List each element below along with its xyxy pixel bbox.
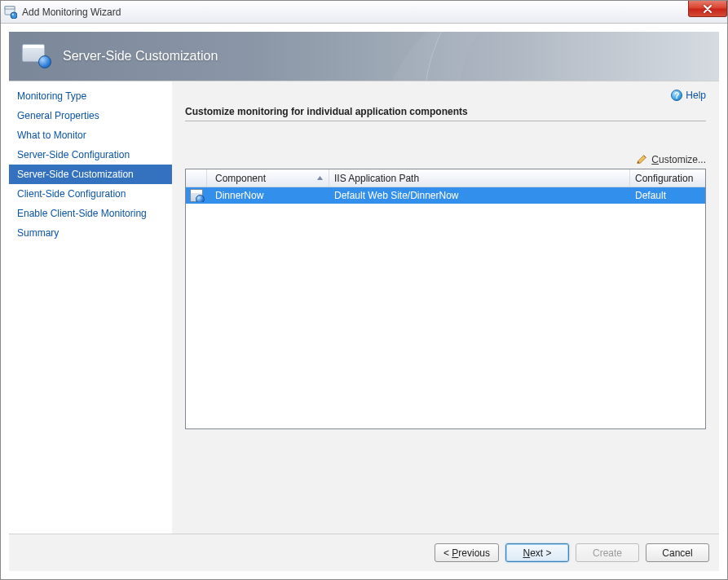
step-monitoring-type[interactable]: Monitoring Type xyxy=(9,86,172,106)
next-button[interactable]: Next > xyxy=(505,543,569,562)
help-label: Help xyxy=(686,90,706,101)
content-pane: ? Help Customize monitoring for individu… xyxy=(172,81,719,534)
help-link[interactable]: ? Help xyxy=(671,90,706,101)
component-icon xyxy=(190,189,203,202)
window-title: Add Monitoring Wizard xyxy=(22,7,121,18)
grid-row[interactable]: DinnerNow Default Web Site/DinnerNow Def… xyxy=(186,187,705,204)
cell-configuration: Default xyxy=(630,190,705,201)
customize-label: Customize... xyxy=(651,154,706,165)
step-general-properties[interactable]: General Properties xyxy=(9,106,172,125)
components-grid: Component IIS Application Path Configura… xyxy=(185,169,706,429)
sort-asc-icon xyxy=(316,173,324,184)
cancel-button[interactable]: Cancel xyxy=(646,543,709,562)
step-client-side-configuration[interactable]: Client-Side Configuration xyxy=(9,184,172,204)
banner-icon xyxy=(22,44,51,68)
step-summary[interactable]: Summary xyxy=(9,223,172,243)
wizard-steps: Monitoring Type General Properties What … xyxy=(9,81,172,534)
grid-body: DinnerNow Default Web Site/DinnerNow Def… xyxy=(186,187,705,428)
customize-button[interactable]: Customize... xyxy=(636,154,706,165)
pencil-icon xyxy=(636,154,647,165)
grid-header: Component IIS Application Path Configura… xyxy=(186,169,705,187)
step-enable-client-side-monitoring[interactable]: Enable Client-Side Monitoring xyxy=(9,204,172,223)
wizard-footer: < Previous Next > Create Cancel xyxy=(9,534,719,571)
col-icon[interactable] xyxy=(186,169,207,187)
wizard-banner: Server-Side Customization xyxy=(9,32,719,81)
svg-point-2 xyxy=(11,12,17,19)
cell-component: DinnerNow xyxy=(207,190,329,201)
step-server-side-configuration[interactable]: Server-Side Configuration xyxy=(9,145,172,165)
step-what-to-monitor[interactable]: What to Monitor xyxy=(9,125,172,145)
app-icon xyxy=(4,6,17,19)
svg-point-3 xyxy=(12,13,14,15)
col-configuration[interactable]: Configuration xyxy=(630,169,705,187)
section-title: Customize monitoring for individual appl… xyxy=(185,106,706,121)
col-component[interactable]: Component xyxy=(207,169,329,187)
help-icon: ? xyxy=(671,90,682,101)
previous-button[interactable]: < Previous xyxy=(435,543,499,562)
svg-rect-1 xyxy=(5,7,15,9)
create-button: Create xyxy=(576,543,639,562)
cell-path: Default Web Site/DinnerNow xyxy=(329,190,630,201)
step-server-side-customization[interactable]: Server-Side Customization xyxy=(9,165,172,184)
titlebar: Add Monitoring Wizard xyxy=(1,1,727,24)
col-iis-path[interactable]: IIS Application Path xyxy=(329,169,630,187)
banner-title: Server-Side Customization xyxy=(63,49,218,64)
close-button[interactable] xyxy=(688,1,727,17)
row-icon-cell xyxy=(186,189,207,202)
